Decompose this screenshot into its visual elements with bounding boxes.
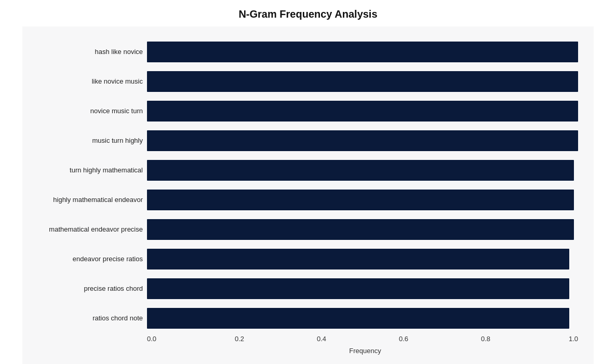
x-tick: 0.2 xyxy=(229,335,250,343)
bar-label: ratios chord note xyxy=(34,314,143,322)
bar-row: endeavor precise ratios xyxy=(147,244,578,274)
x-tick: 0.0 xyxy=(147,335,168,343)
bar-row: novice music turn xyxy=(147,96,578,126)
bar xyxy=(147,249,569,269)
bar-row: turn highly mathematical xyxy=(147,155,578,185)
bar xyxy=(147,71,578,92)
bar xyxy=(147,130,578,151)
chart-title: N-Gram Frequency Analysis xyxy=(238,8,377,20)
bar xyxy=(147,278,569,299)
bar-label: highly mathematical endeavor xyxy=(34,196,143,204)
bar-label: music turn highly xyxy=(34,137,143,144)
bar-label: precise ratios chord xyxy=(34,285,143,292)
bar-label: endeavor precise ratios xyxy=(34,255,143,263)
bar-row: like novice music xyxy=(147,66,578,96)
bar-row: hash like novice xyxy=(147,37,578,66)
bar-row: highly mathematical endeavor xyxy=(147,185,578,214)
bar xyxy=(147,160,574,181)
bar xyxy=(147,101,578,122)
bar-label: novice music turn xyxy=(34,107,143,115)
bars-area: hash like novicelike novice musicnovice … xyxy=(147,37,578,333)
bar-label: like novice music xyxy=(34,77,143,85)
bar xyxy=(147,219,574,240)
x-axis-label: Frequency xyxy=(147,347,583,355)
bar-row: ratios chord note xyxy=(147,303,578,333)
x-axis: 0.00.20.40.60.81.0 xyxy=(147,335,578,343)
x-tick: 0.4 xyxy=(311,335,332,343)
bar xyxy=(147,42,578,62)
bar xyxy=(147,190,574,210)
bar-row: music turn highly xyxy=(147,126,578,155)
chart-container: hash like novicelike novice musicnovice … xyxy=(22,26,594,364)
bar xyxy=(147,308,569,329)
x-tick: 1.0 xyxy=(557,335,578,343)
bar-row: mathematical endeavor precise xyxy=(147,214,578,244)
bar-label: turn highly mathematical xyxy=(34,166,143,174)
x-tick: 0.6 xyxy=(393,335,414,343)
bar-row: precise ratios chord xyxy=(147,274,578,303)
bar-label: hash like novice xyxy=(34,48,143,56)
bar-label: mathematical endeavor precise xyxy=(34,225,143,233)
x-tick: 0.8 xyxy=(475,335,496,343)
